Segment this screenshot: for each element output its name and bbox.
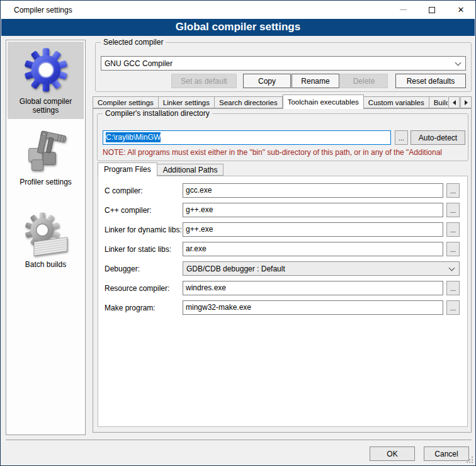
close-icon: ✕: [458, 6, 465, 14]
browse-button[interactable]: ...: [446, 183, 460, 198]
reset-defaults-button[interactable]: Reset defaults: [395, 74, 466, 88]
settings-sidebar: Global compiler settings Profiler settin…: [6, 40, 86, 435]
field-row-linker-static: Linker for static libs: ar.exe ...: [105, 242, 460, 256]
ok-button[interactable]: OK: [370, 446, 415, 461]
compiler-select[interactable]: GNU GCC Compiler: [101, 56, 466, 71]
field-value: ar.exe: [186, 244, 207, 253]
c-compiler-input[interactable]: gcc.exe: [183, 183, 443, 198]
compiler-settings-window: Compiler settings ✕ Global compiler sett…: [0, 0, 476, 466]
resize-grip[interactable]: [467, 457, 473, 463]
subtab-program-files[interactable]: Program Files: [98, 162, 157, 176]
browse-button[interactable]: ...: [446, 203, 460, 217]
browse-button[interactable]: ...: [446, 300, 460, 315]
directory-note: NOTE: All programs must exist either in …: [103, 148, 465, 157]
field-row-linker-dynamic: Linker for dynamic libs: g++.exe ...: [105, 222, 460, 237]
tab-linker-settings[interactable]: Linker settings: [159, 96, 215, 108]
rename-button[interactable]: Rename: [292, 74, 339, 88]
minimize-button[interactable]: [388, 1, 417, 19]
linker-static-input[interactable]: ar.exe: [183, 242, 443, 256]
title-bar[interactable]: Compiler settings ✕: [1, 1, 475, 19]
sidebar-item-global-compiler-settings[interactable]: Global compiler settings: [8, 42, 84, 119]
field-row-c-compiler: C compiler: gcc.exe ...: [105, 183, 460, 198]
field-label: Linker for dynamic libs:: [105, 225, 183, 234]
gear-stack-icon: [22, 210, 70, 258]
field-value: gcc.exe: [186, 186, 212, 195]
linker-dynamic-input[interactable]: g++.exe: [183, 222, 443, 237]
set-as-default-button[interactable]: Set as default: [171, 74, 237, 88]
sidebar-item-label: Profiler settings: [9, 178, 82, 186]
installation-directory-group-label: Compiler's installation directory: [103, 109, 212, 118]
auto-detect-button[interactable]: Auto-detect: [411, 130, 465, 145]
field-value: windres.exe: [186, 283, 226, 292]
selected-compiler-group: Selected compiler GNU GCC Compiler Set a…: [95, 42, 472, 92]
window-controls: ✕: [388, 1, 475, 19]
copy-button[interactable]: Copy: [243, 74, 291, 88]
tab-scroll-buttons: [448, 96, 472, 108]
sidebar-item-label: Global compiler settings: [9, 97, 82, 115]
field-row-make-program: Make program: mingw32-make.exe ...: [105, 300, 460, 315]
installation-directory-group: Compiler's installation directory C:\ray…: [97, 113, 468, 161]
compiler-actions: Set as default Copy Rename Delete Reset …: [171, 74, 466, 88]
field-value: g++.exe: [186, 225, 213, 234]
tab-scroll-left-button[interactable]: [448, 96, 460, 108]
tab-scroll-right-button[interactable]: [460, 96, 472, 108]
field-label: Debugger:: [105, 264, 183, 273]
installation-directory-input[interactable]: C:\raylib\MinGW: [103, 130, 391, 145]
chevron-down-icon: [449, 265, 455, 271]
page-title: Global compiler settings: [1, 19, 475, 36]
selected-text: C:\raylib\MinGW: [106, 132, 161, 142]
field-row-cpp-compiler: C++ compiler: g++.exe ...: [105, 203, 460, 217]
field-value: g++.exe: [186, 205, 213, 214]
window-title: Compiler settings: [14, 6, 72, 14]
subtab-additional-paths[interactable]: Additional Paths: [157, 164, 224, 176]
selected-compiler-group-label: Selected compiler: [101, 38, 166, 47]
tab-build-options[interactable]: Build options: [429, 96, 448, 108]
sidebar-item-label: Batch builds: [9, 260, 82, 269]
program-files-page: C compiler: gcc.exe ... C++ compiler: g+…: [98, 176, 468, 427]
toolchain-executables-page: Compiler's installation directory C:\ray…: [93, 108, 472, 433]
triangle-right-icon: [465, 100, 468, 105]
settings-tabs: Compiler settings Linker settings Search…: [93, 94, 472, 108]
field-label: C++ compiler:: [105, 206, 183, 215]
gear-blue-icon: [21, 45, 71, 94]
browse-button[interactable]: ...: [446, 281, 460, 295]
minimize-icon: [400, 9, 407, 10]
tab-search-directories[interactable]: Search directories: [215, 96, 283, 108]
field-label: Resource compiler:: [105, 284, 183, 293]
field-value: mingw32-make.exe: [186, 303, 251, 312]
field-row-resource-compiler: Resource compiler: windres.exe ...: [105, 281, 460, 295]
make-program-input[interactable]: mingw32-make.exe: [183, 300, 443, 315]
debugger-select[interactable]: GDB/CDB debugger : Default: [183, 261, 460, 276]
maximize-icon: [429, 7, 435, 13]
resource-compiler-input[interactable]: windres.exe: [183, 281, 443, 295]
directory-browse-button[interactable]: ...: [395, 130, 408, 145]
program-subtabs: Program Files Additional Paths: [98, 162, 224, 176]
delete-button[interactable]: Delete: [340, 74, 388, 88]
profiler-caliper-icon: [22, 127, 70, 175]
tab-toolchain-executables[interactable]: Toolchain executables: [283, 94, 364, 109]
tab-custom-variables[interactable]: Custom variables: [364, 96, 429, 108]
browse-button[interactable]: ...: [446, 222, 460, 237]
browse-button[interactable]: ...: [446, 242, 460, 256]
chevron-down-icon: [455, 60, 462, 66]
cpp-compiler-input[interactable]: g++.exe: [183, 203, 443, 217]
footer-divider: [6, 440, 472, 440]
maximize-button[interactable]: [417, 1, 446, 19]
sidebar-item-batch-builds[interactable]: Batch builds: [8, 206, 84, 273]
tab-compiler-settings[interactable]: Compiler settings: [93, 96, 159, 108]
field-label: Linker for static libs:: [105, 245, 183, 254]
field-label: C compiler:: [105, 186, 183, 195]
triangle-left-icon: [453, 100, 456, 105]
debugger-select-value: GDB/CDB debugger : Default: [186, 264, 285, 273]
cancel-button[interactable]: Cancel: [424, 446, 469, 461]
field-label: Make program:: [105, 304, 183, 312]
sidebar-item-profiler-settings[interactable]: Profiler settings: [8, 123, 84, 191]
compiler-select-value: GNU GCC Compiler: [105, 59, 173, 68]
close-button[interactable]: ✕: [446, 1, 475, 19]
field-row-debugger: Debugger: GDB/CDB debugger : Default: [105, 261, 460, 276]
